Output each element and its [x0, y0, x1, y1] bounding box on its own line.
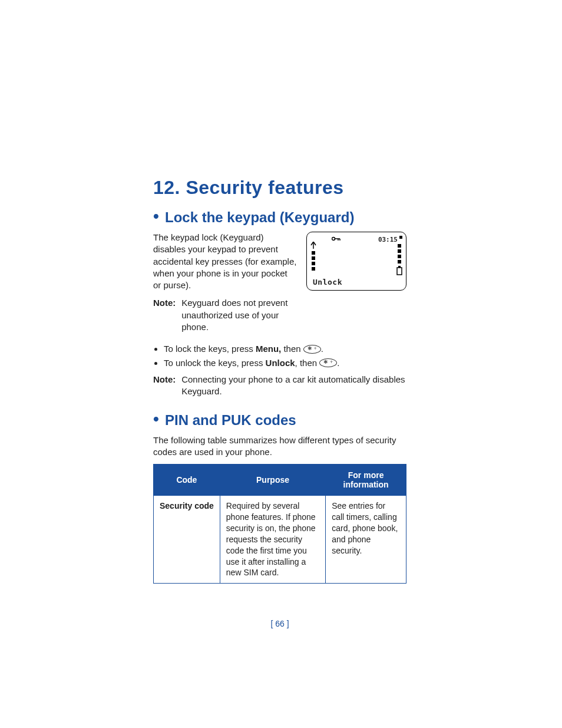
svg-rect-8: [312, 256, 315, 260]
svg-rect-11: [398, 244, 401, 248]
svg-rect-12: [398, 249, 401, 253]
chapter-name: Security features: [186, 177, 343, 198]
keyguard-intro-block: The keypad lock (Keyguard) disables your…: [153, 232, 406, 339]
codes-table: Code Purpose For more information Securi…: [153, 464, 406, 584]
keyguard-intro: The keypad lock (Keyguard) disables your…: [153, 232, 297, 291]
phone-screen-illustration: 03:15: [306, 232, 406, 291]
svg-rect-9: [312, 262, 315, 265]
chapter-title: 12. Security features: [153, 177, 406, 199]
star-key-icon: ✱ +: [303, 345, 321, 354]
td-code: Security code: [154, 496, 220, 584]
td-purpose: Required by several phone features. If p…: [220, 496, 325, 584]
section-keyguard-heading: Lock the keypad (Keyguard): [153, 209, 406, 226]
lock-icon: [332, 236, 341, 243]
keyguard-note-1: Note: Keyguard does not prevent unauthor…: [153, 297, 297, 333]
th-info: For more information: [326, 465, 406, 496]
battery-bars-icon: [396, 242, 402, 279]
svg-rect-7: [312, 251, 315, 255]
svg-rect-15: [397, 268, 402, 275]
table-header-row: Code Purpose For more information: [154, 465, 406, 496]
table-row: Security code Required by several phone …: [154, 496, 406, 584]
signal-bars-icon: [310, 242, 316, 279]
phone-softkey-label: Unlock: [313, 278, 342, 286]
star-key-icon: ✱ +: [319, 358, 337, 367]
svg-point-0: [332, 238, 335, 241]
pin-puk-intro: The following table summarizes how diffe…: [153, 434, 406, 459]
keyguard-note-2: Note: Connecting your phone to a car kit…: [153, 374, 406, 398]
svg-rect-14: [398, 260, 401, 263]
content-column: 12. Security features Lock the keypad (K…: [153, 177, 406, 628]
svg-rect-16: [398, 266, 401, 268]
keyguard-steps: To lock the keys, press Menu, then ✱ +. …: [153, 344, 406, 368]
phone-indicator-dot: [399, 236, 402, 239]
note-label: Note:: [153, 297, 179, 309]
th-purpose: Purpose: [220, 465, 325, 496]
keyguard-intro-text: The keypad lock (Keyguard) disables your…: [153, 232, 297, 339]
page: 12. Security features Lock the keypad (K…: [0, 0, 562, 664]
step-lock: To lock the keys, press Menu, then ✱ +.: [164, 344, 406, 354]
note-label: Note:: [153, 374, 179, 386]
page-number: [ 66 ]: [153, 619, 406, 628]
chapter-number: 12.: [153, 177, 180, 198]
th-code: Code: [154, 465, 220, 496]
note-body: Keyguard does not prevent unauthorized u…: [181, 297, 296, 333]
step-unlock: To unlock the keys, press Unlock, then ✱…: [164, 358, 406, 368]
td-info: See entries for call timers, calling car…: [326, 496, 406, 584]
phone-time: 03:15: [378, 236, 398, 243]
note-body: Connecting your phone to a car kit autom…: [181, 374, 405, 398]
section-pin-puk-heading: PIN and PUK codes: [153, 412, 406, 429]
svg-rect-10: [312, 267, 315, 271]
svg-rect-13: [398, 255, 401, 258]
